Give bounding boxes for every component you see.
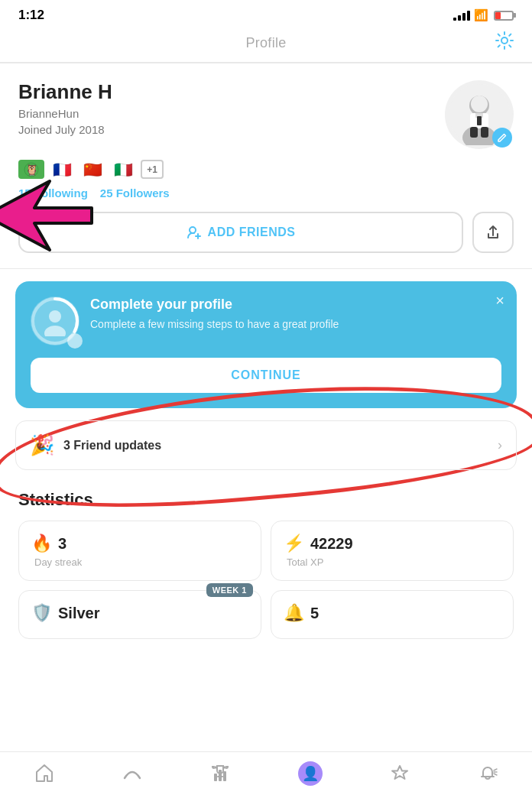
nav-profile[interactable]: 👤 <box>298 761 323 786</box>
stat-card-gems: 🔔 5 <box>271 590 514 639</box>
fire-icon: 🔥 <box>31 534 52 553</box>
statistics-section: Statistics 🔥 3 Day streak ⚡ 42229 Total … <box>0 482 532 651</box>
page-title: Profile <box>245 35 286 51</box>
nav-quests[interactable] <box>389 763 410 784</box>
statistics-title: Statistics <box>18 490 514 510</box>
status-time: 1:12 <box>18 8 44 23</box>
profile-name: Brianne H <box>18 80 445 104</box>
profile-incomplete-icon <box>31 297 79 345</box>
profile-section: Brianne H BrianneHun Joined July 2018 <box>0 63 532 160</box>
svg-rect-6 <box>470 127 478 138</box>
gems-value: 5 <box>310 605 319 622</box>
header: Profile <box>0 28 532 63</box>
gem-icon: 🔔 <box>284 603 304 623</box>
bottom-nav: 👤 <box>0 751 532 798</box>
share-button[interactable] <box>472 212 514 253</box>
nav-leaderboard[interactable] <box>209 763 231 784</box>
friend-updates-emoji: 🎉 <box>30 433 54 457</box>
chevron-right-icon: › <box>498 437 502 453</box>
profile-info: Brianne H BrianneHun Joined July 2018 <box>18 80 445 147</box>
svg-point-4 <box>471 96 488 112</box>
flag-italian[interactable]: 🇮🇹 <box>110 160 136 179</box>
status-icons: 📶 <box>453 8 514 22</box>
svg-rect-19 <box>214 774 217 781</box>
flag-duolingo[interactable]: 🦉 <box>18 160 44 179</box>
week-badge: WEEK 1 <box>206 583 253 597</box>
profile-username: BrianneHun <box>18 107 445 120</box>
league-value: Silver <box>58 605 99 622</box>
streak-label: Day streak <box>31 556 248 568</box>
battery-icon <box>494 11 514 21</box>
avatar-edit-button[interactable] <box>492 128 512 148</box>
nav-home[interactable] <box>34 763 55 784</box>
xp-value: 42229 <box>310 535 353 553</box>
wifi-icon: 📶 <box>474 8 488 22</box>
stat-card-league: WEEK 1 🛡️ Silver <box>18 590 261 639</box>
stats-grid: 🔥 3 Day streak ⚡ 42229 Total XP WEEK 1 🛡… <box>18 521 514 639</box>
flags-row: 🦉 🇫🇷 🇨🇳 🇮🇹 +1 <box>0 160 532 187</box>
svg-point-0 <box>501 37 508 44</box>
nav-learn[interactable] <box>122 763 143 784</box>
add-friends-button[interactable]: ADD FRIENDS <box>18 212 463 253</box>
svg-rect-9 <box>477 116 482 125</box>
signal-bars-icon <box>453 11 470 21</box>
xp-label: Total XP <box>284 556 501 568</box>
nav-notifications[interactable] <box>477 763 498 784</box>
svg-rect-21 <box>223 771 226 781</box>
stat-card-streak: 🔥 3 Day streak <box>18 521 261 581</box>
flag-french[interactable]: 🇫🇷 <box>49 160 75 179</box>
svg-text:🦉: 🦉 <box>25 164 39 177</box>
friend-updates-label: 3 Friend updates <box>63 439 161 453</box>
complete-profile-card: × Complete your profile Complete a few m… <box>15 281 517 408</box>
svg-rect-7 <box>481 127 488 138</box>
continue-button[interactable]: CONTINUE <box>31 358 501 393</box>
actions-row: ADD FRIENDS <box>0 212 532 268</box>
share-icon <box>485 224 501 241</box>
streak-value: 3 <box>58 535 66 553</box>
card-text: Complete your profile Complete a few mis… <box>90 297 339 332</box>
followers-link[interactable]: 25 Followers <box>100 187 170 200</box>
person-add-icon <box>187 225 202 240</box>
settings-button[interactable] <box>494 30 515 57</box>
close-button[interactable]: × <box>495 292 504 310</box>
profile-joined: Joined July 2018 <box>18 123 445 136</box>
lightning-icon: ⚡ <box>284 534 304 553</box>
social-row: 15 Following 25 Followers <box>0 187 532 212</box>
friend-updates-card[interactable]: 🎉 3 Friend updates › <box>15 420 517 470</box>
card-title: Complete your profile <box>90 297 339 313</box>
status-bar: 1:12 📶 <box>0 0 532 28</box>
card-description: Complete a few missing steps to have a g… <box>90 317 339 332</box>
flag-chinese[interactable]: 🇨🇳 <box>79 160 105 179</box>
shield-icon: 🛡️ <box>31 603 52 623</box>
stat-card-xp: ⚡ 42229 Total XP <box>271 521 514 581</box>
svg-point-14 <box>190 227 196 233</box>
avatar-container[interactable] <box>445 80 514 149</box>
following-link[interactable]: 15 Following <box>18 187 88 200</box>
flag-more[interactable]: +1 <box>141 160 164 179</box>
friend-updates-left: 🎉 3 Friend updates <box>30 433 161 457</box>
card-content: Complete your profile Complete a few mis… <box>31 297 501 345</box>
